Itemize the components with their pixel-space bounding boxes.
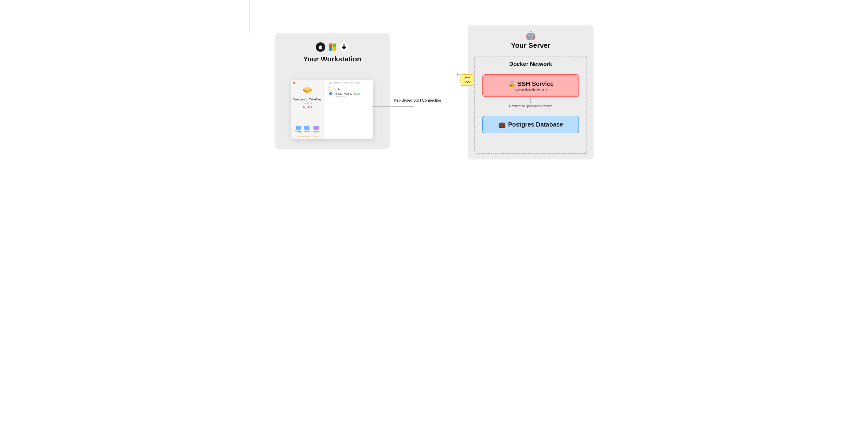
connection-label: Key-Based SSH Connection	[394, 98, 441, 103]
register-icon	[313, 125, 319, 130]
svg-rect-3	[333, 47, 336, 51]
add-connection-button[interactable]: +	[326, 82, 327, 84]
tableplus-window: Welcome to TablePlus Build 576 🐦 🐙 f Bac…	[291, 80, 373, 139]
postgres-service-box: 💼 Postgres Database	[483, 116, 579, 133]
port-value: 2222	[463, 80, 471, 84]
connection-line	[250, 0, 250, 33]
connection-line	[413, 74, 458, 74]
connect-service-label: Connect to "postgres" service	[509, 104, 552, 108]
backup-icon	[296, 125, 301, 130]
linux-icon	[339, 42, 349, 52]
connection-item[interactable]: Pg Remote Postgres (local) SSH : laravel	[323, 91, 373, 98]
connection-subtitle: SSH : laravel	[334, 95, 371, 97]
ssh-service-subtitle: (serversideup/docker-ssh)	[514, 88, 547, 91]
app-main: + 🔍 Search for connection... (⌘F) › ⚡ Cl…	[323, 80, 373, 139]
facebook-icon[interactable]: f	[311, 106, 312, 109]
svg-rect-2	[329, 47, 332, 51]
os-icon-row	[275, 42, 390, 52]
postgres-service-title: Postgres Database	[508, 121, 563, 128]
briefcase-icon: 💼	[498, 121, 506, 128]
lock-icon: 🔒	[508, 80, 515, 87]
diagram-root: Your Workstation Welcome to TablePlus Bu…	[250, 0, 618, 183]
port-label: Port:	[464, 76, 471, 80]
restore-button[interactable]: Restore	[304, 125, 310, 133]
restore-label: Restore	[304, 131, 310, 133]
ssh-service-title: SSH Service	[518, 80, 554, 87]
connection-line	[372, 106, 414, 107]
close-icon[interactable]	[293, 82, 296, 84]
connection-group[interactable]: › ⚡ Clients	[323, 86, 373, 91]
trial-notice: You are using the free trial	[296, 135, 318, 137]
search-input[interactable]: Search for connection... (⌘F)	[334, 82, 371, 84]
twitter-icon[interactable]: 🐦	[303, 106, 306, 109]
restore-icon	[304, 125, 309, 130]
tableplus-logo-icon	[302, 86, 312, 95]
server-title: Your Server	[468, 41, 593, 49]
inner-flow: │ Connect to "postgres" service ↓	[475, 98, 587, 113]
github-icon[interactable]: 🐙	[307, 106, 310, 109]
app-actions-row: Backup Restore Register	[295, 125, 320, 133]
workstation-title: Your Workstation	[275, 55, 390, 63]
connection-name: Remote Postgres	[334, 92, 352, 95]
apple-icon	[316, 42, 325, 52]
app-welcome-text: Welcome to TablePlus	[293, 98, 321, 101]
arrow-down-icon: │	[529, 98, 532, 103]
postgres-badge-icon: Pg	[329, 92, 333, 95]
group-label: Clients	[333, 88, 340, 91]
microsoft-icon	[328, 42, 337, 52]
svg-rect-0	[329, 44, 332, 47]
search-icon: 🔍	[329, 82, 332, 84]
register-label: Register	[312, 131, 319, 133]
arrow-right-icon: ▶	[457, 72, 460, 77]
svg-point-8	[344, 46, 345, 46]
server-panel: 🤖 Your Server Docker Network Port: 2222 …	[468, 25, 593, 160]
ssh-service-box: 🔒 SSH Service (serversideup/docker-ssh)	[483, 74, 579, 97]
workstation-panel: Your Workstation Welcome to TablePlus Bu…	[275, 33, 390, 149]
svg-rect-1	[333, 44, 336, 47]
port-tag: Port: 2222	[461, 74, 473, 86]
robot-icon: 🤖	[468, 31, 593, 40]
docker-network-box: Docker Network Port: 2222 🔒 SSH Service …	[474, 56, 587, 154]
group-icon: ⚡	[328, 87, 331, 91]
backup-label: Backup	[295, 131, 302, 133]
docker-network-title: Docker Network	[475, 61, 587, 67]
app-social-row: 🐦 🐙 f	[303, 106, 312, 109]
backup-button[interactable]: Backup	[295, 125, 302, 133]
app-build-text: Build 576	[303, 102, 312, 105]
app-toolbar: + 🔍 Search for connection... (⌘F)	[323, 80, 373, 86]
connection-local-tag: (local)	[353, 92, 360, 95]
arrow-down-icon: ↓	[530, 109, 532, 113]
app-sidebar: Welcome to TablePlus Build 576 🐦 🐙 f Bac…	[291, 80, 323, 139]
register-button[interactable]: Register	[312, 125, 319, 133]
chevron-right-icon: ›	[326, 88, 326, 91]
